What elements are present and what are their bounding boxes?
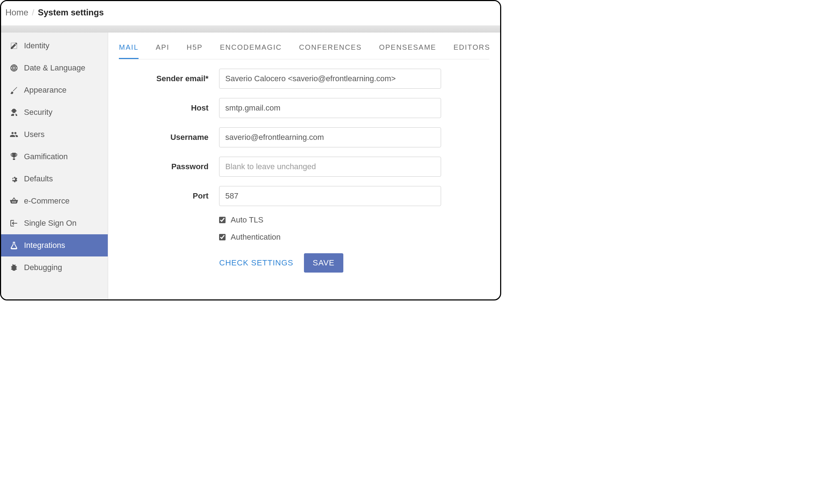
- edit-square-icon: [9, 41, 19, 50]
- tab-opensesame[interactable]: OPENSESAME: [379, 43, 436, 59]
- trophy-icon: [9, 152, 19, 161]
- save-button[interactable]: SAVE: [304, 253, 343, 273]
- auto-tls-checkbox[interactable]: [219, 217, 226, 223]
- breadcrumb-current: System settings: [38, 8, 104, 18]
- breadcrumb: Home / System settings: [1, 1, 500, 25]
- globe-icon: [9, 64, 19, 72]
- sidebar-item-ecommerce[interactable]: e-Commerce: [1, 190, 108, 212]
- sidebar-item-date-language[interactable]: Date & Language: [1, 57, 108, 79]
- brush-icon: [9, 86, 19, 94]
- sidebar-item-label: Gamification: [24, 152, 68, 161]
- sidebar: Identity Date & Language Appearance Secu…: [1, 33, 108, 299]
- sidebar-item-label: Defaults: [24, 174, 53, 184]
- basket-icon: [9, 197, 19, 205]
- mail-form: Sender email* Host Username: [119, 59, 489, 280]
- sidebar-item-label: Integrations: [24, 241, 65, 250]
- username-input[interactable]: [219, 127, 441, 147]
- authentication-checkbox[interactable]: [219, 234, 226, 240]
- password-label: Password: [119, 162, 219, 171]
- breadcrumb-separator: /: [32, 8, 34, 18]
- divider-band: [1, 25, 500, 33]
- sender-email-label: Sender email*: [119, 74, 219, 83]
- sidebar-item-appearance[interactable]: Appearance: [1, 79, 108, 101]
- sidebar-item-gamification[interactable]: Gamification: [1, 146, 108, 168]
- tab-api[interactable]: API: [156, 43, 169, 59]
- bug-icon: [9, 263, 19, 272]
- signin-icon: [9, 219, 19, 227]
- tabs: MAIL API H5P ENCODEMAGIC CONFERENCES OPE…: [119, 33, 489, 59]
- users-icon: [9, 130, 19, 139]
- authentication-label: Authentication: [231, 233, 280, 242]
- tab-encodemagic[interactable]: ENCODEMAGIC: [220, 43, 282, 59]
- sender-email-input[interactable]: [219, 69, 441, 89]
- tab-mail[interactable]: MAIL: [119, 43, 139, 59]
- gears-icon: [9, 175, 19, 183]
- sidebar-item-label: Single Sign On: [24, 219, 77, 228]
- sidebar-item-security[interactable]: Security: [1, 101, 108, 123]
- breadcrumb-home[interactable]: Home: [5, 8, 28, 18]
- sidebar-item-identity[interactable]: Identity: [1, 35, 108, 57]
- port-label: Port: [119, 191, 219, 201]
- auto-tls-label: Auto TLS: [231, 215, 263, 225]
- sidebar-item-label: Debugging: [24, 263, 62, 272]
- check-settings-button[interactable]: CHECK SETTINGS: [219, 258, 293, 268]
- flask-icon: [9, 241, 19, 250]
- sidebar-item-label: Users: [24, 130, 44, 139]
- port-input[interactable]: [219, 186, 441, 206]
- sidebar-item-label: Date & Language: [24, 63, 85, 73]
- tab-editors[interactable]: EDITORS: [454, 43, 490, 59]
- sidebar-item-users[interactable]: Users: [1, 123, 108, 146]
- sidebar-item-label: Appearance: [24, 85, 67, 95]
- tab-h5p[interactable]: H5P: [187, 43, 203, 59]
- host-label: Host: [119, 103, 219, 113]
- tab-conferences[interactable]: CONFERENCES: [299, 43, 362, 59]
- username-label: Username: [119, 133, 219, 142]
- agent-icon: [9, 108, 19, 117]
- sidebar-item-debugging[interactable]: Debugging: [1, 256, 108, 279]
- sidebar-item-integrations[interactable]: Integrations: [1, 234, 108, 256]
- sidebar-item-label: Security: [24, 108, 52, 117]
- sidebar-item-sso[interactable]: Single Sign On: [1, 212, 108, 234]
- sidebar-item-defaults[interactable]: Defaults: [1, 168, 108, 190]
- host-input[interactable]: [219, 98, 441, 118]
- password-input[interactable]: [219, 157, 441, 177]
- sidebar-item-label: e-Commerce: [24, 196, 69, 206]
- sidebar-item-label: Identity: [24, 41, 49, 50]
